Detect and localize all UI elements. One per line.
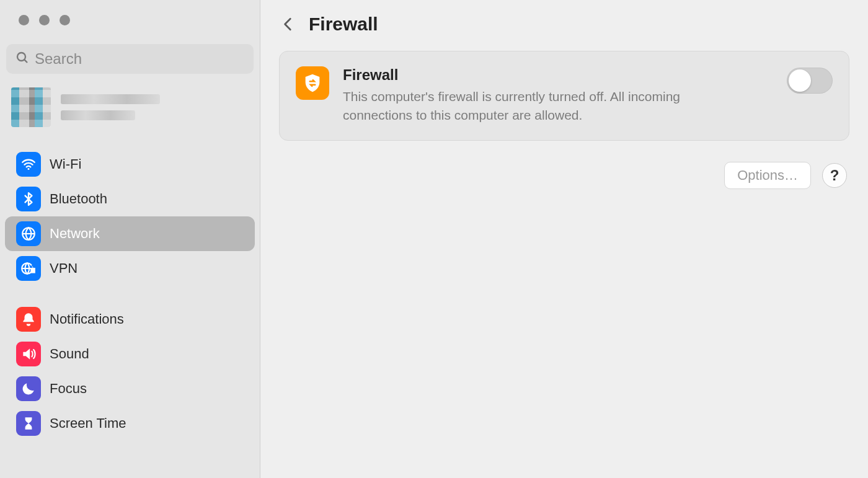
sidebar-item-label: Wi-Fi <box>50 156 81 172</box>
sidebar-item-wifi[interactable]: Wi-Fi <box>5 147 255 182</box>
sidebar-item-network[interactable]: Network <box>5 216 255 251</box>
sidebar-item-label: Notifications <box>50 311 124 327</box>
close-window-button[interactable] <box>19 15 29 25</box>
avatar <box>11 87 51 127</box>
firewall-card-description: This computer's firewall is currently tu… <box>343 87 752 125</box>
sidebar-item-notifications[interactable]: Notifications <box>5 302 255 337</box>
bluetooth-icon <box>16 187 41 211</box>
sidebar-item-screentime[interactable]: Screen Time <box>5 406 255 441</box>
sidebar-item-label: VPN <box>50 260 78 277</box>
sidebar-nav: Wi-Fi Bluetooth Ne <box>0 147 260 457</box>
page-footer: Options… ? <box>279 162 849 189</box>
bell-icon <box>16 307 41 332</box>
hourglass-icon <box>16 411 41 436</box>
firewall-card: Firewall This computer's firewall is cur… <box>279 51 849 141</box>
window-controls <box>0 15 260 25</box>
sidebar: Wi-Fi Bluetooth Ne <box>0 0 260 478</box>
page-header: Firewall <box>279 14 849 35</box>
toggle-knob <box>789 69 811 92</box>
sidebar-item-label: Network <box>50 226 100 242</box>
moon-icon <box>16 376 41 401</box>
page-title: Firewall <box>309 14 378 35</box>
back-button[interactable] <box>279 15 298 33</box>
speaker-icon <box>16 342 41 366</box>
sidebar-item-label: Focus <box>50 381 87 397</box>
help-button[interactable]: ? <box>822 163 847 188</box>
svg-point-2 <box>27 168 29 170</box>
minimize-window-button[interactable] <box>39 15 50 25</box>
sidebar-item-vpn[interactable]: VPN <box>5 251 255 286</box>
sidebar-item-focus[interactable]: Focus <box>5 371 255 406</box>
sidebar-item-sound[interactable]: Sound <box>5 337 255 371</box>
search-input[interactable] <box>35 50 245 68</box>
firewall-card-title: Firewall <box>343 66 773 84</box>
sidebar-item-bluetooth[interactable]: Bluetooth <box>5 182 255 216</box>
firewall-toggle[interactable] <box>787 68 833 94</box>
firewall-shield-icon <box>296 66 329 100</box>
fullscreen-window-button[interactable] <box>60 15 70 25</box>
wifi-icon <box>16 152 41 177</box>
sidebar-item-label: Bluetooth <box>50 191 107 207</box>
search-field[interactable] <box>6 44 254 74</box>
vpn-icon <box>16 256 41 281</box>
profile-subtitle-redacted <box>61 110 135 120</box>
apple-id-profile[interactable] <box>0 85 260 130</box>
globe-icon <box>16 221 41 246</box>
sidebar-item-label: Screen Time <box>50 415 126 432</box>
search-icon <box>15 50 30 68</box>
options-button[interactable]: Options… <box>724 162 811 189</box>
svg-line-1 <box>24 60 27 63</box>
svg-point-0 <box>17 53 25 61</box>
main-content: Firewall Firewall This computer's firewa… <box>260 0 868 478</box>
profile-name-redacted <box>61 94 160 104</box>
sidebar-item-label: Sound <box>50 346 89 362</box>
